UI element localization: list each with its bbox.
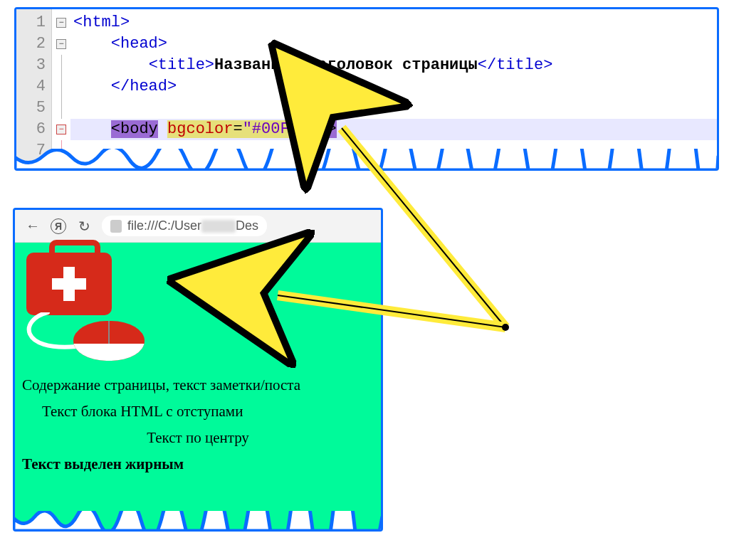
code-editor-panel: 1 2 3 4 5 6 7 − − − <html> <head> <title… xyxy=(14,7,719,171)
browser-preview-panel: ← Я ↻ file:///C:/UserDes Содержание стра… xyxy=(13,208,383,532)
line-number: 6 xyxy=(16,119,46,140)
fold-toggle-icon[interactable]: − xyxy=(56,125,66,134)
reload-icon[interactable]: ↻ xyxy=(76,218,92,234)
browser-toolbar: ← Я ↻ file:///C:/UserDes xyxy=(15,210,381,243)
fold-guide-line xyxy=(61,97,62,119)
line-number: 2 xyxy=(16,33,46,55)
page-paragraph: Текст по центру xyxy=(22,429,374,447)
code-line[interactable]: </head> xyxy=(70,76,717,97)
page-paragraph: Текст блока HTML с отступами xyxy=(22,403,374,421)
mouse-icon xyxy=(73,321,145,361)
rendered-page: Содержание страницы, текст заметки/поста… xyxy=(15,243,381,489)
fold-guide-line xyxy=(61,76,62,97)
code-line[interactable]: <title>Название, заголовок страницы</tit… xyxy=(70,55,717,76)
address-bar[interactable]: file:///C:/UserDes xyxy=(102,216,267,236)
line-number-gutter: 1 2 3 4 5 6 7 xyxy=(16,9,52,169)
fold-gutter: − − − xyxy=(52,9,70,169)
line-number: 4 xyxy=(16,76,46,97)
page-logo-image xyxy=(22,247,150,368)
fold-toggle-icon[interactable]: − xyxy=(56,39,66,49)
code-area[interactable]: <html> <head> <title>Название, заголовок… xyxy=(70,9,717,169)
page-paragraph: Содержание страницы, текст заметки/поста xyxy=(22,376,374,394)
code-editor-body: 1 2 3 4 5 6 7 − − − <html> <head> <title… xyxy=(16,9,717,169)
url-text: file:///C:/UserDes xyxy=(127,218,258,233)
fold-toggle-icon[interactable]: − xyxy=(56,18,66,28)
torn-edge-decoration xyxy=(15,149,718,170)
line-number: 3 xyxy=(16,55,46,76)
page-icon xyxy=(110,220,122,233)
code-line[interactable]: <html> xyxy=(70,12,717,33)
code-line[interactable] xyxy=(70,97,717,119)
line-number: 5 xyxy=(16,97,46,119)
back-icon[interactable]: ← xyxy=(25,218,41,234)
fold-guide-line xyxy=(61,55,62,76)
code-line-current[interactable]: <body bgcolor="#00FA9A"> xyxy=(70,119,717,140)
url-blur xyxy=(201,220,236,233)
medkit-icon xyxy=(26,253,112,315)
code-line[interactable]: <head> xyxy=(70,33,717,55)
yandex-icon[interactable]: Я xyxy=(51,218,66,234)
page-paragraph-bold: Текст выделен жирным xyxy=(22,455,374,473)
svg-point-4 xyxy=(502,324,509,331)
torn-edge-decoration xyxy=(14,511,382,531)
line-number: 1 xyxy=(16,12,46,33)
